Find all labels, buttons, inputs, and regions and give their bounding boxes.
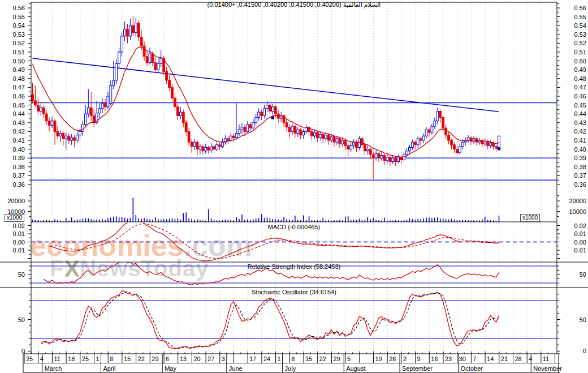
- svg-text:0.56: 0.56: [574, 5, 586, 11]
- svg-text:0.51: 0.51: [13, 49, 25, 55]
- rsi-layer: [44, 261, 499, 285]
- svg-text:13: 13: [180, 355, 187, 362]
- svg-text:15: 15: [124, 355, 131, 362]
- svg-text:0.49: 0.49: [13, 66, 25, 73]
- svg-text:4: 4: [529, 355, 532, 362]
- svg-text:0.52: 0.52: [574, 40, 586, 46]
- svg-text:23: 23: [445, 355, 452, 362]
- svg-text:0.45: 0.45: [574, 102, 586, 109]
- svg-text:0.48: 0.48: [13, 75, 25, 82]
- svg-text:0.02: 0.02: [13, 222, 25, 229]
- svg-text:0.53: 0.53: [574, 31, 586, 38]
- svg-text:10000: 10000: [569, 208, 586, 215]
- svg-text:March: March: [45, 365, 62, 372]
- svg-text:14: 14: [487, 355, 494, 362]
- macd-layer: [49, 220, 499, 261]
- svg-text:50: 50: [580, 271, 586, 278]
- svg-text:April: April: [103, 365, 116, 372]
- svg-text:1: 1: [278, 355, 281, 362]
- svg-text:0.00: 0.00: [13, 239, 25, 246]
- svg-text:11: 11: [543, 355, 549, 362]
- svg-text:21: 21: [501, 355, 508, 362]
- svg-text:0.02: 0.02: [574, 222, 586, 229]
- svg-text:0.56: 0.56: [13, 5, 25, 11]
- svg-text:0.39: 0.39: [13, 155, 25, 161]
- svg-text:0.47: 0.47: [574, 84, 586, 91]
- svg-text:17: 17: [249, 355, 256, 362]
- svg-text:0.54: 0.54: [13, 22, 25, 29]
- svg-text:0.49: 0.49: [574, 66, 586, 73]
- svg-text:0.45: 0.45: [13, 102, 25, 109]
- svg-text:8: 8: [110, 355, 113, 362]
- svg-text:July: July: [285, 365, 296, 372]
- svg-text:0.36: 0.36: [13, 181, 25, 188]
- svg-text:September: September: [402, 365, 433, 372]
- svg-text:4: 4: [40, 355, 44, 362]
- svg-text:0.39: 0.39: [574, 155, 586, 161]
- svg-text:25: 25: [82, 355, 89, 362]
- svg-text:0.43: 0.43: [13, 119, 25, 126]
- svg-text:20: 20: [193, 355, 200, 362]
- svg-text:-0.01: -0.01: [572, 247, 586, 254]
- svg-text:0.46: 0.46: [574, 93, 586, 100]
- svg-text:0.37: 0.37: [13, 172, 25, 179]
- svg-text:October: October: [461, 365, 483, 372]
- svg-text:5: 5: [347, 355, 351, 362]
- svg-text:29: 29: [333, 355, 340, 362]
- svg-text:0.55: 0.55: [574, 14, 586, 20]
- axes-layer: 0.560.560.550.550.540.540.530.530.520.52…: [0, 2, 588, 372]
- svg-text:0.52: 0.52: [13, 40, 25, 46]
- chart-root: economies.com FXNewsToday 0.560.560.550.…: [0, 0, 588, 373]
- svg-text:29: 29: [152, 355, 158, 362]
- svg-text:0.38: 0.38: [13, 164, 25, 170]
- svg-text:7: 7: [473, 355, 476, 362]
- svg-text:24: 24: [263, 355, 270, 362]
- svg-text:0.44: 0.44: [574, 110, 586, 117]
- svg-text:May: May: [165, 365, 176, 372]
- svg-text:50: 50: [18, 316, 25, 323]
- svg-text:26: 26: [389, 355, 396, 362]
- svg-text:0.36: 0.36: [574, 181, 586, 188]
- svg-text:-0.01: -0.01: [11, 247, 25, 254]
- svg-text:0.47: 0.47: [13, 84, 25, 91]
- svg-text:16: 16: [431, 355, 438, 362]
- svg-text:22: 22: [138, 355, 145, 362]
- svg-text:0.37: 0.37: [574, 172, 586, 179]
- svg-text:11: 11: [54, 355, 60, 362]
- svg-text:0.01: 0.01: [13, 230, 25, 237]
- svg-text:25: 25: [26, 355, 33, 362]
- svg-text:0: 0: [583, 348, 586, 354]
- svg-text:20000: 20000: [7, 198, 25, 204]
- svg-text:50: 50: [18, 271, 25, 278]
- svg-text:20000: 20000: [569, 198, 586, 204]
- gridlines-layer: [38, 2, 555, 354]
- svg-text:28: 28: [515, 355, 522, 362]
- stochastic-layer: [41, 291, 499, 349]
- svg-text:0.43: 0.43: [574, 119, 586, 126]
- svg-text:27: 27: [207, 355, 214, 362]
- svg-text:0.42: 0.42: [574, 128, 586, 135]
- svg-text:0.48: 0.48: [574, 75, 586, 82]
- svg-text:0.41: 0.41: [13, 137, 25, 144]
- candlestick-chart-canvas[interactable]: 0.560.560.550.550.540.540.530.530.520.52…: [0, 0, 588, 373]
- svg-text:0.38: 0.38: [574, 164, 586, 170]
- svg-text:November: November: [533, 365, 562, 372]
- svg-text:0.01: 0.01: [574, 230, 586, 237]
- svg-text:0.55: 0.55: [13, 14, 25, 20]
- svg-text:0.40: 0.40: [13, 146, 25, 153]
- svg-text:0.51: 0.51: [574, 49, 586, 55]
- svg-text:0.42: 0.42: [13, 128, 25, 135]
- svg-text:0.41: 0.41: [574, 137, 586, 144]
- svg-text:9: 9: [417, 355, 421, 362]
- svg-text:0.50: 0.50: [574, 58, 586, 65]
- svg-text:0.40: 0.40: [574, 146, 586, 153]
- svg-text:0.00: 0.00: [574, 239, 586, 246]
- svg-text:8: 8: [291, 355, 295, 362]
- volume-unit-box-right: x1000: [520, 214, 540, 222]
- svg-text:0.54: 0.54: [574, 22, 586, 29]
- svg-text:30: 30: [459, 355, 466, 362]
- candles-layer: [32, 16, 500, 179]
- svg-text:50: 50: [580, 316, 586, 323]
- svg-text:0.53: 0.53: [13, 31, 25, 38]
- svg-text:June: June: [229, 365, 243, 372]
